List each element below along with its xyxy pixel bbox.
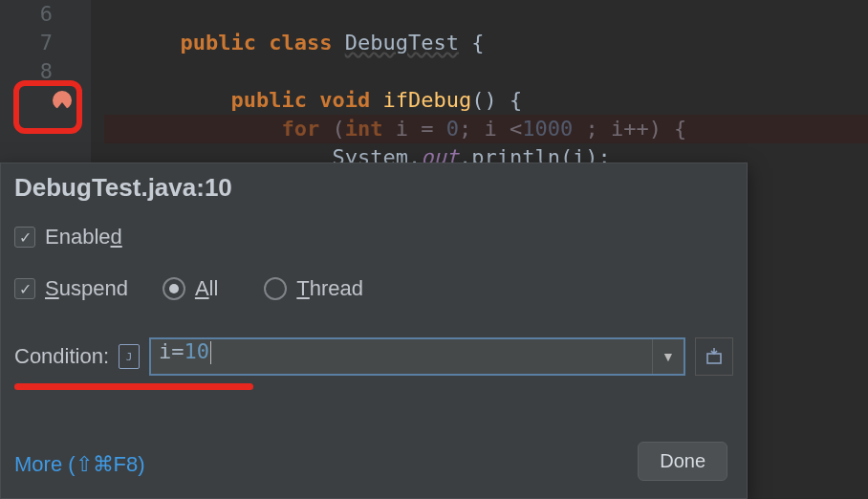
condition-row: Condition: J i=10 ▼ — [14, 337, 733, 376]
condition-input[interactable]: i=10 — [151, 339, 652, 374]
annotation-box — [13, 80, 82, 134]
suspend-thread-radio[interactable] — [264, 277, 287, 300]
suspend-all-radio[interactable] — [163, 277, 185, 300]
enabled-label: Enabled — [45, 225, 122, 250]
breakpoint-popup: DebugTest.java:10 Enabled Suspend All Th… — [0, 163, 748, 499]
suspend-row: Suspend All Thread — [14, 276, 733, 301]
condition-label: Condition: — [14, 344, 109, 369]
line-number: 7 — [0, 29, 53, 57]
suspend-checkbox[interactable] — [14, 278, 35, 299]
chevron-down-icon[interactable]: ▼ — [652, 339, 684, 374]
suspend-label: Suspend — [45, 276, 128, 301]
svg-rect-0 — [707, 354, 721, 363]
enabled-checkbox[interactable] — [14, 227, 35, 248]
line-number: 6 — [0, 0, 53, 29]
suspend-thread-label: Thread — [296, 276, 363, 301]
code-area[interactable]: public class DebugTest { public void ifD… — [91, 0, 868, 163]
enabled-row: Enabled — [14, 225, 733, 250]
more-link[interactable]: More (⇧⌘F8) — [14, 452, 145, 477]
suspend-all-label: All — [195, 276, 218, 301]
annotation-underline — [14, 383, 253, 390]
expand-condition-button[interactable] — [695, 337, 733, 376]
popup-title: DebugTest.java:10 — [14, 173, 232, 203]
java-file-icon: J — [119, 344, 140, 369]
condition-field[interactable]: i=10 ▼ — [149, 337, 685, 376]
done-button[interactable]: Done — [638, 442, 727, 481]
